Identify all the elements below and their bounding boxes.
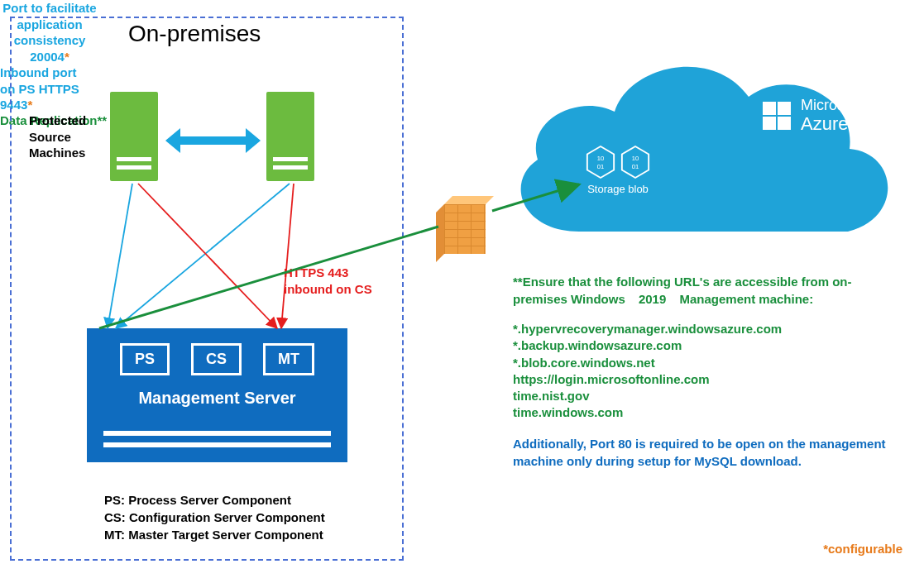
url-item: *.blob.core.windows.net [513, 355, 893, 371]
storage-blob-icon: 1001 1001 Storage blob [585, 145, 651, 195]
mt-component-box: MT [263, 343, 314, 375]
windows-version: 2019 [629, 292, 676, 306]
https-443-label: HTTPS 443 inbound on CS [284, 265, 372, 297]
source-server-left-icon [110, 92, 158, 181]
cs-component-box: CS [191, 343, 242, 375]
azure-brand-top: Microsoft [801, 98, 861, 114]
ps-component-box: PS [120, 343, 170, 375]
url-item: https://login.microsoftonline.com [513, 371, 893, 388]
azure-brand-bottom: Azure [801, 114, 861, 134]
configurable-note: *configurable [823, 542, 902, 556]
microsoft-azure-logo: Microsoft Azure [763, 98, 861, 134]
svg-text:10: 10 [632, 155, 639, 162]
svg-text:01: 01 [632, 163, 639, 170]
url-item: *.backup.windowsazure.com [513, 337, 893, 354]
azure-cloud-icon [492, 21, 906, 260]
legend-ps: PS: Process Server Component [104, 491, 325, 509]
ensure-suffix: Management machine: [679, 292, 813, 306]
legend-cs: CS: Configuration Server Component [104, 509, 325, 526]
component-legend: PS: Process Server Component CS: Configu… [104, 491, 325, 543]
source-server-right-icon [266, 92, 314, 181]
additional-port-note: Additionally, Port 80 is required to be … [513, 435, 893, 470]
legend-mt: MT: Master Target Server Component [104, 526, 325, 543]
on-premises-title: On-premises [128, 21, 261, 47]
management-server-box: PS CS MT Management Server [87, 328, 347, 462]
svg-text:10: 10 [597, 155, 604, 162]
firewall-icon [434, 194, 496, 256]
bidirectional-arrow-icon [165, 128, 261, 153]
url-item: time.windows.com [513, 404, 893, 421]
ensure-text: **Ensure that the following URL's are ac… [513, 273, 893, 308]
url-item: *.hypervrecoverymanager.windowsazure.com [513, 321, 893, 337]
svg-text:01: 01 [597, 163, 604, 170]
management-server-title: Management Server [87, 389, 347, 408]
protected-source-machines-label: Protected Source Machines [29, 112, 86, 161]
azure-requirements-text: **Ensure that the following URL's are ac… [513, 273, 893, 470]
url-list: *.hypervrecoverymanager.windowsazure.com… [513, 321, 893, 422]
storage-blob-label: Storage blob [587, 183, 649, 195]
windows-logo-icon [763, 102, 791, 130]
url-item: time.nist.gov [513, 388, 893, 404]
